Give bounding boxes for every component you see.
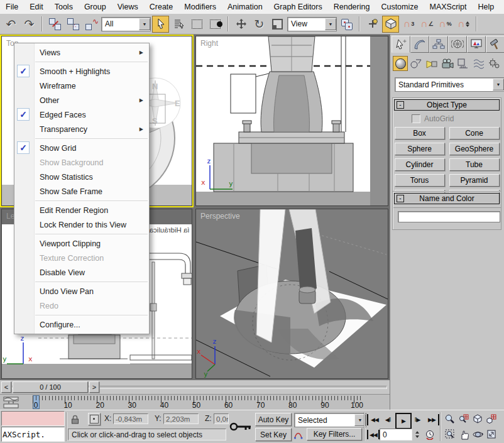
object-type-box[interactable]: Box <box>395 127 445 139</box>
default-tangent-button[interactable] <box>293 429 304 440</box>
zoom-region-button[interactable] <box>444 428 456 440</box>
dropdown-arrow-icon[interactable]: ▼ <box>139 18 150 30</box>
spinner-snap-button[interactable]: ∩ <box>455 16 472 33</box>
current-frame-field[interactable]: 0 <box>380 429 412 440</box>
zoom-button[interactable] <box>444 413 456 425</box>
tab-create[interactable] <box>392 36 410 53</box>
object-type-tube[interactable]: Tube <box>449 158 500 171</box>
z-coord-field[interactable]: 0,0m <box>214 413 229 424</box>
orbit-button[interactable] <box>471 428 484 440</box>
context-menu-item-configure[interactable]: Configure... <box>14 317 149 332</box>
viewport-perspective[interactable]: Perspective <box>195 209 388 379</box>
context-menu-item-transparency[interactable]: Transparency▶ <box>14 122 149 136</box>
frame-spinner[interactable] <box>414 429 420 440</box>
menu-help[interactable]: Help <box>473 1 500 13</box>
context-menu-item-edit-render-region[interactable]: Edit Render Region <box>14 203 149 217</box>
tab-display[interactable] <box>467 36 486 53</box>
zoom-all-button[interactable] <box>457 413 470 425</box>
menu-graph-editors[interactable]: Graph Editors <box>268 1 328 13</box>
selection-filter-dropdown[interactable]: All ▼ <box>101 17 151 31</box>
context-menu-item-show-background[interactable]: Show Background <box>14 155 149 170</box>
select-object-button[interactable] <box>152 16 169 33</box>
menu-modifiers[interactable]: Modifiers <box>178 1 222 13</box>
pan-button[interactable] <box>457 428 470 440</box>
category-geometry[interactable] <box>393 56 408 71</box>
track-bar[interactable]: 0102030405060708090100 <box>0 394 390 410</box>
menu-group[interactable]: Group <box>79 1 112 13</box>
object-type-cone[interactable]: Cone <box>449 127 500 139</box>
play-button[interactable]: ▶ <box>395 413 412 429</box>
zoom-extents-button[interactable] <box>471 413 484 425</box>
snap-mode-3d-button[interactable]: ∩3 <box>400 16 417 33</box>
category-shapes[interactable] <box>408 56 424 71</box>
absolute-offset-mode-toggle[interactable] <box>88 413 101 425</box>
context-menu-item-undo-view-pan[interactable]: Undo View Pan <box>14 284 149 298</box>
auto-key-button[interactable]: Auto Key <box>255 413 292 426</box>
viewport-right-canvas[interactable]: z y x <box>196 36 388 205</box>
menu-rendering[interactable]: Rendering <box>328 1 376 13</box>
previous-frame-button[interactable]: ◀‖ <box>382 414 393 425</box>
macro-recorder-pane[interactable] <box>1 411 65 426</box>
snaps-toggle-button[interactable] <box>382 16 399 33</box>
time-slider-prev-button[interactable]: < <box>1 381 11 393</box>
category-space-warps[interactable] <box>471 56 486 71</box>
menu-maxscript[interactable]: MAXScript <box>424 1 472 13</box>
go-to-start-button[interactable]: ◀◀ <box>367 414 381 425</box>
context-menu-item-show-safe-frame[interactable]: Show Safe Frame <box>14 184 149 199</box>
maximize-viewport-toggle[interactable] <box>485 428 498 440</box>
x-coord-field[interactable]: -0,843m <box>113 413 148 424</box>
zoom-extents-all-button[interactable] <box>485 413 498 425</box>
menu-views[interactable]: Views <box>112 1 144 13</box>
time-slider-thumb[interactable]: 0 / 100 <box>13 381 88 393</box>
context-menu-item-smooth-highlights[interactable]: ✓Smooth + Highlights <box>14 64 149 79</box>
bind-to-space-warp-button[interactable]: ∿ <box>83 16 100 33</box>
use-pivot-point-center-button[interactable] <box>338 16 355 33</box>
object-type-rollout-header[interactable]: - Object Type <box>394 99 500 111</box>
tab-hierarchy[interactable] <box>429 36 448 53</box>
category-helpers[interactable] <box>456 56 471 71</box>
unlink-selection-button[interactable]: ∴ <box>65 16 82 33</box>
selection-set-dropdown[interactable]: Selected ▼ <box>294 413 366 427</box>
category-cameras[interactable] <box>440 56 455 71</box>
time-configuration-button[interactable] <box>424 429 436 440</box>
context-menu-item-disable-view[interactable]: Disable View <box>14 265 149 280</box>
primitives-category-dropdown[interactable]: Standard Primitives ▼ <box>395 77 504 92</box>
context-menu-item-show-statistics[interactable]: Show Statistics <box>14 170 149 184</box>
context-menu-item-views[interactable]: Views▶ <box>14 45 149 60</box>
menu-customize[interactable]: Customize <box>375 1 424 13</box>
menu-edit[interactable]: Edit <box>24 1 49 13</box>
object-type-cylinder[interactable]: Cylinder <box>395 158 445 171</box>
category-lights[interactable] <box>424 56 439 71</box>
spinner-down-icon[interactable] <box>415 435 419 438</box>
undo-button[interactable]: ↶ <box>3 16 19 33</box>
context-menu-item-lock-render-to-this-view[interactable]: Lock Render to this View <box>14 217 149 232</box>
select-and-link-button[interactable] <box>47 16 63 33</box>
context-menu-item-wireframe[interactable]: Wireframe <box>14 79 149 93</box>
window-crossing-toggle[interactable] <box>207 16 224 33</box>
select-by-name-button[interactable] <box>170 16 187 33</box>
open-mini-curve-editor-icon[interactable] <box>3 397 19 408</box>
selection-lock-toggle[interactable] <box>69 413 80 425</box>
dropdown-arrow-icon[interactable]: ▼ <box>493 79 504 90</box>
menu-tools[interactable]: Tools <box>49 1 79 13</box>
name-color-rollout-header[interactable]: - Name and Color <box>394 193 500 204</box>
context-menu-item-show-grid[interactable]: ✓Show Grid <box>14 141 149 155</box>
object-type-geosphere[interactable]: GeoSphere <box>449 143 500 155</box>
y-coord-field[interactable]: 2,203m <box>163 413 199 424</box>
context-menu-item-edged-faces[interactable]: ✓Edged Faces <box>14 107 149 122</box>
object-type-sphere[interactable]: Sphere <box>395 143 445 155</box>
viewport-perspective-canvas[interactable]: z x y <box>196 209 388 378</box>
tab-motion[interactable] <box>448 36 467 53</box>
percent-snap-button[interactable]: ∩% <box>437 16 454 33</box>
maxscript-mini-listener[interactable]: AXScript. <box>1 427 65 442</box>
object-type-torus[interactable]: Torus <box>395 174 445 187</box>
object-name-input[interactable] <box>398 211 500 222</box>
tab-utilities[interactable] <box>486 36 504 53</box>
rectangular-selection-region-button[interactable] <box>189 16 205 33</box>
spinner-up-icon[interactable] <box>415 431 419 434</box>
menu-file[interactable]: File <box>0 1 24 13</box>
go-to-end-button[interactable]: ▶▶ <box>425 414 439 425</box>
menu-create[interactable]: Create <box>144 1 179 13</box>
dropdown-arrow-icon[interactable]: ▼ <box>325 18 336 30</box>
key-mode-toggle-button[interactable]: ◀◀ <box>367 430 380 439</box>
